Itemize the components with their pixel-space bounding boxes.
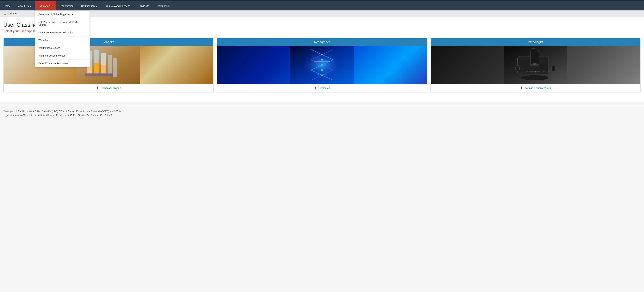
breadcrumb-current: Sign Up bbox=[10, 12, 18, 15]
dropdown-item-other-resources[interactable]: Other Education Resources bbox=[35, 60, 90, 67]
nav-link-about[interactable]: About Us ▾ bbox=[14, 1, 35, 10]
nav-link-contact[interactable]: Contact Us bbox=[153, 1, 173, 10]
researcher-arrow-icon: ➕ bbox=[314, 87, 317, 89]
products-caret-icon: ▾ bbox=[132, 5, 132, 7]
biobanker-arrow-icon: ➕ bbox=[96, 87, 99, 89]
dropdown-item-covid[interactable]: COVID-19 Biobanking Education bbox=[35, 29, 90, 36]
svg-point-32 bbox=[521, 75, 548, 80]
card-pathologist-image bbox=[431, 46, 640, 84]
dropdown-item-info-videos[interactable]: Informational Videos bbox=[35, 44, 90, 52]
card-pathologist-link[interactable]: ➕ pathlab.biobanking.org bbox=[520, 87, 551, 89]
card-researcher-link-row: ➕ Biofind.ca bbox=[217, 84, 427, 92]
education-dropdown: Essentials of Biobanking Course edX Bios… bbox=[35, 10, 90, 67]
svg-rect-8 bbox=[108, 55, 112, 73]
nav-item-registration: Registration bbox=[56, 1, 77, 10]
navigation: Home About Us ▾ Education ▾ Essentials o… bbox=[0, 1, 644, 10]
svg-rect-25 bbox=[530, 51, 539, 65]
svg-point-22 bbox=[322, 75, 323, 76]
nav-item-contact: Contact Us bbox=[153, 1, 173, 10]
nav-item-signup: Sign Up bbox=[136, 1, 153, 10]
dropdown-item-edx[interactable]: edX Biospecimen Research Methods Course bbox=[35, 18, 90, 29]
svg-rect-37 bbox=[529, 71, 540, 72]
svg-rect-9 bbox=[113, 58, 117, 77]
footer-line1: Developed by The University of British C… bbox=[4, 109, 640, 113]
card-pathologist-header: Pathologist bbox=[431, 38, 640, 46]
svg-point-38 bbox=[535, 71, 536, 72]
svg-point-21 bbox=[322, 54, 323, 55]
cards-row: Biobanker bbox=[4, 38, 640, 93]
nav-item-about: About Us ▾ bbox=[14, 1, 35, 10]
svg-rect-33 bbox=[532, 49, 536, 52]
certification-caret-icon: ▾ bbox=[96, 5, 97, 7]
pathologist-arrow-icon: ➕ bbox=[520, 87, 524, 89]
top-bar bbox=[0, 0, 644, 1]
svg-point-34 bbox=[533, 64, 534, 64]
nav-item-certification: Certification ▾ bbox=[77, 1, 101, 10]
card-researcher-header: Researcher bbox=[217, 38, 427, 46]
nav-link-education[interactable]: Education ▾ bbox=[35, 1, 56, 10]
svg-rect-7 bbox=[86, 73, 113, 76]
nav-link-home[interactable]: Home bbox=[0, 1, 14, 10]
nav-link-registration[interactable]: Registration bbox=[56, 1, 77, 10]
breadcrumb-home-icon[interactable]: 🏠 bbox=[4, 12, 6, 15]
nav-item-education: Education ▾ Essentials of Biobanking Cou… bbox=[35, 1, 56, 10]
footer: Developed by The University of British C… bbox=[0, 106, 644, 121]
svg-point-36 bbox=[552, 65, 556, 71]
card-pathologist: Pathologist bbox=[430, 38, 640, 93]
card-researcher-image bbox=[217, 46, 427, 84]
nav-item-home: Home bbox=[0, 1, 14, 10]
card-pathologist-link-row: ➕ pathlab.biobanking.org bbox=[431, 84, 640, 92]
svg-point-20 bbox=[321, 69, 323, 71]
nav-item-products: Products and Services ▾ bbox=[101, 1, 136, 10]
page-subtitle: Select your user type below bbox=[4, 29, 640, 33]
svg-point-19 bbox=[321, 64, 323, 66]
about-caret-icon: ▾ bbox=[30, 5, 31, 7]
svg-rect-30 bbox=[526, 71, 529, 72]
nav-link-products[interactable]: Products and Services ▾ bbox=[101, 1, 136, 10]
dropdown-item-consent-videos[interactable]: Informed Consent Videos bbox=[35, 52, 90, 60]
footer-line2: Legal Information & Terms of Use. Minimu… bbox=[4, 113, 640, 117]
svg-rect-4 bbox=[94, 63, 99, 73]
svg-point-18 bbox=[321, 59, 323, 61]
svg-point-35 bbox=[516, 65, 520, 71]
svg-rect-31 bbox=[542, 71, 545, 72]
card-biobanker-link-row: ➕ Biobanker Signup bbox=[4, 84, 213, 92]
svg-rect-6 bbox=[101, 65, 106, 73]
main-content: User Classification Select your user typ… bbox=[0, 17, 644, 102]
nav-link-signup[interactable]: Sign Up bbox=[136, 1, 153, 10]
svg-rect-2 bbox=[87, 67, 92, 73]
dropdown-item-workshops[interactable]: Workshops bbox=[35, 36, 90, 44]
nav-link-certification[interactable]: Certification ▾ bbox=[77, 1, 101, 10]
card-researcher-link[interactable]: ➕ Biofind.ca bbox=[314, 87, 330, 89]
card-biobanker-link[interactable]: ➕ Biobanker Signup bbox=[96, 87, 121, 89]
education-caret-icon: ▾ bbox=[52, 5, 52, 7]
breadcrumb: 🏠 / Sign Up bbox=[0, 10, 644, 17]
dropdown-item-essentials[interactable]: Essentials of Biobanking Course bbox=[35, 11, 90, 18]
page-title: User Classification bbox=[4, 22, 640, 28]
nav-list: Home About Us ▾ Education ▾ Essentials o… bbox=[0, 1, 644, 10]
card-researcher: Researcher bbox=[217, 38, 427, 93]
breadcrumb-separator: / bbox=[8, 12, 8, 15]
